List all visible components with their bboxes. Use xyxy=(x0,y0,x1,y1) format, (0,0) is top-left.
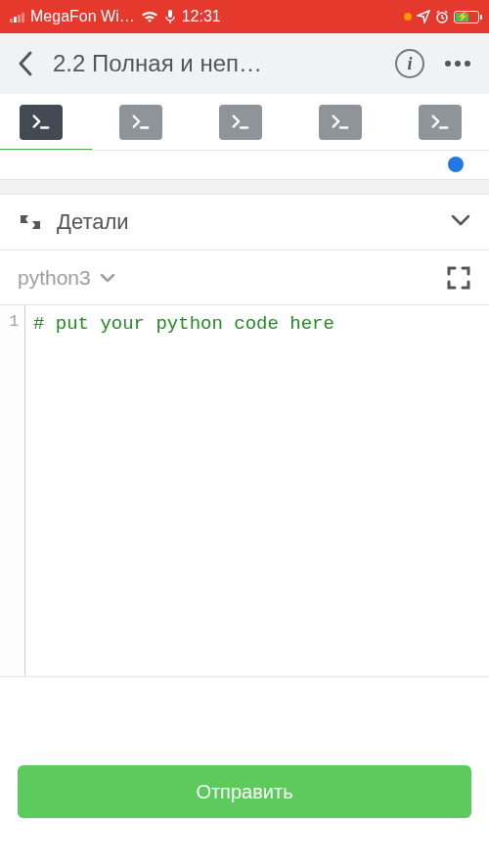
status-bar: MegaFon Wi… 12:31 ⚡ xyxy=(0,0,489,33)
details-label: Детали xyxy=(57,209,436,235)
chevron-down-icon xyxy=(450,213,471,231)
carrier-label: MegaFon Wi… xyxy=(30,8,135,25)
progress-strip xyxy=(0,151,489,180)
wifi-icon xyxy=(141,10,158,23)
step-tab-1[interactable] xyxy=(20,105,63,140)
line-gutter: 1 xyxy=(0,305,25,676)
line-number: 1 xyxy=(0,313,19,331)
details-icon xyxy=(18,209,43,235)
step-tab-4[interactable] xyxy=(319,105,362,140)
alarm-icon xyxy=(435,10,449,23)
details-toggle[interactable]: Детали xyxy=(0,194,489,251)
submit-button[interactable]: Отправить xyxy=(18,765,471,818)
recording-indicator-icon xyxy=(404,13,412,21)
location-icon xyxy=(417,10,430,23)
language-selector[interactable]: python3 xyxy=(18,266,116,290)
steps-tabs xyxy=(0,94,489,151)
svg-rect-0 xyxy=(168,10,172,18)
time-label: 12:31 xyxy=(182,8,221,25)
info-button[interactable]: i xyxy=(395,49,424,78)
app-header: 2.2 Полная и неп… i xyxy=(0,33,489,94)
fullscreen-button[interactable] xyxy=(446,265,471,291)
battery-icon: ⚡ xyxy=(454,11,479,23)
language-row: python3 xyxy=(0,251,489,305)
progress-indicator-icon xyxy=(448,157,464,172)
back-button[interactable] xyxy=(12,50,39,77)
more-button[interactable] xyxy=(438,61,477,67)
mic-icon xyxy=(164,9,176,24)
code-editor[interactable]: 1 # put your python code here xyxy=(0,305,489,677)
signal-icon xyxy=(10,11,24,23)
submit-label: Отправить xyxy=(196,781,292,803)
code-content[interactable]: # put your python code here xyxy=(25,305,489,676)
step-tab-5[interactable] xyxy=(419,105,462,140)
language-label: python3 xyxy=(18,266,91,290)
step-tab-3[interactable] xyxy=(219,105,262,140)
page-title: 2.2 Полная и неп… xyxy=(53,50,381,77)
chevron-down-icon xyxy=(99,272,116,284)
step-tab-2[interactable] xyxy=(119,105,162,140)
